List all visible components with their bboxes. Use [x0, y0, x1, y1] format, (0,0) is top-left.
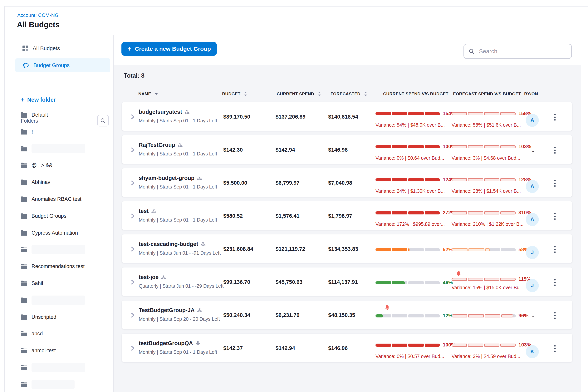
row-menu-button[interactable]	[552, 278, 558, 287]
owner-avatar[interactable]: A	[526, 114, 539, 127]
folder-icon	[21, 213, 27, 219]
redacted-folder-label	[32, 363, 85, 372]
folder-item-redacted[interactable]	[21, 379, 74, 389]
forecast-variance: Variance: 3% | $4.68 over Bud...	[452, 155, 520, 161]
folder-item-redacted[interactable]	[21, 244, 85, 254]
forecasted-value: $114,137.91	[328, 279, 358, 285]
total-count: Total: 8	[124, 72, 144, 79]
budget-group-row[interactable]: test-cascading-budgetMonthly | Starts Ju…	[122, 234, 572, 263]
folder-item[interactable]: Abhinav	[21, 177, 50, 187]
byon-value: -	[529, 313, 537, 319]
owner-avatar[interactable]: K	[526, 345, 539, 358]
row-expand-chevron[interactable]	[131, 180, 135, 186]
breadcrumb-account-link[interactable]: Account: CCM-NG	[17, 12, 58, 18]
forecast-variance: Variance: 58% | $51.6K over B...	[452, 122, 521, 128]
folder-item[interactable]: Sahil	[21, 278, 43, 288]
sort-icon[interactable]	[364, 92, 368, 96]
folder-search-button[interactable]	[97, 115, 109, 126]
search-box[interactable]	[464, 44, 572, 59]
budget-group-name[interactable]: budgetsuryatest	[139, 109, 182, 115]
search-input[interactable]	[478, 48, 567, 55]
folder-item[interactable]: anmol-test	[21, 346, 56, 356]
kebab-menu-icon	[554, 279, 556, 286]
folder-item[interactable]: Default	[21, 110, 48, 120]
budget-group-name[interactable]: test-joe	[139, 274, 158, 280]
budget-group-row[interactable]: budgetsuryatestMonthly | Starts Sep 01 -…	[122, 102, 572, 131]
current-percent: 12%	[443, 312, 453, 318]
sort-icon[interactable]	[318, 92, 321, 96]
column-header-forecast-vs-budget: FORECAST SPEND V/S BUDGET	[453, 92, 521, 96]
row-menu-button[interactable]	[552, 179, 558, 188]
row-expand-chevron[interactable]	[131, 312, 135, 318]
sort-icon[interactable]	[244, 92, 247, 96]
kebab-menu-icon	[554, 180, 556, 187]
folder-item[interactable]: Anomalies RBAC test	[21, 194, 82, 204]
budget-group-row[interactable]: testMonthly | Starts Sep 01 - 1 Days Lef…	[122, 202, 572, 230]
folder-item[interactable]: @ . > &&	[21, 160, 52, 170]
budget-group-row[interactable]: TestBudgetGroup-JAMonthly | Starts Sep 2…	[122, 300, 572, 329]
row-expand-chevron[interactable]	[131, 147, 135, 152]
owner-avatar[interactable]: J	[526, 246, 539, 259]
sidebar-item-all-budgets[interactable]: All Budgets	[15, 42, 110, 55]
row-expand-chevron[interactable]	[131, 213, 135, 219]
folder-icon	[21, 129, 27, 135]
owner-avatar[interactable]: J	[526, 279, 539, 292]
current-spend-value: $6,799.97	[276, 180, 300, 186]
row-menu-button[interactable]	[552, 146, 558, 154]
owner-avatar[interactable]: A	[526, 180, 539, 193]
forecast-spend-bar	[452, 112, 516, 115]
current-variance: Variance: 0% | $0.57 over Bud...	[376, 354, 444, 359]
folder-item[interactable]: Cypress Automation	[21, 228, 78, 238]
budget-schedule: Monthly | Starts Sep 20 - 20 Days Left	[139, 316, 220, 322]
row-expand-chevron[interactable]	[131, 114, 135, 120]
column-header-forecasted[interactable]: FORECASTED	[330, 92, 368, 96]
folder-item[interactable]: abcd	[21, 328, 43, 338]
budget-group-name[interactable]: testBudgetGroupQA	[139, 340, 193, 346]
owner-avatar[interactable]: A	[526, 213, 539, 226]
row-expand-chevron[interactable]	[131, 246, 135, 252]
folder-icon	[21, 280, 27, 286]
forecasted-value: $48,150.35	[328, 312, 355, 318]
folder-item[interactable]: !	[21, 127, 33, 137]
budget-group-name[interactable]: RajTestGroup	[139, 142, 175, 148]
budget-group-row[interactable]: testBudgetGroupQAMonthly | Starts Sep 01…	[122, 334, 572, 362]
current-spend-bar	[376, 344, 440, 347]
folder-item[interactable]: Unscripted	[21, 312, 56, 322]
budget-group-name[interactable]: shyam-budget-group	[139, 175, 194, 181]
forecast-vs-budget-cell: 96%	[452, 300, 526, 329]
column-header-budget[interactable]: BUDGET	[222, 92, 247, 96]
budget-group-row[interactable]: RajTestGroupMonthly | Starts Sep 01 - 1 …	[122, 135, 572, 164]
column-header-current-vs-budget: CURRENT SPEND V/S BUDGET	[383, 92, 448, 96]
folder-icon	[21, 364, 27, 370]
column-header-name[interactable]: NAME	[138, 92, 158, 96]
folder-item[interactable]: Budget Groups	[21, 211, 66, 221]
budget-schedule: Monthly | Starts Sep 01 - 1 Days Left	[139, 184, 217, 190]
folder-icon	[21, 230, 27, 236]
row-menu-button[interactable]	[552, 344, 558, 353]
budget-group-name[interactable]: test-cascading-budget	[139, 241, 198, 247]
row-menu-button[interactable]	[552, 212, 558, 220]
budget-group-name[interactable]: TestBudgetGroup-JA	[139, 307, 195, 314]
folder-icon	[21, 179, 27, 185]
folder-item-redacted[interactable]	[21, 295, 85, 305]
budget-group-row[interactable]: test-joeQuarterly | Starts Jun 01 - -29 …	[122, 268, 572, 296]
folder-item-redacted[interactable]	[21, 144, 85, 154]
folder-label: anmol-test	[32, 348, 56, 354]
kebab-menu-icon	[554, 147, 556, 154]
new-folder-button[interactable]: + New folder	[21, 96, 56, 103]
current-variance: Variance: 172% | $995.89 over...	[376, 221, 445, 227]
row-menu-button[interactable]	[552, 245, 558, 254]
folder-label: Abhinav	[32, 179, 50, 185]
folder-item[interactable]: Recommendations test	[21, 261, 84, 271]
column-header-current-spend[interactable]: CURRENT SPEND	[277, 92, 321, 96]
row-expand-chevron[interactable]	[131, 346, 135, 351]
budget-group-name[interactable]: test	[139, 208, 149, 214]
redacted-folder-label	[32, 380, 74, 389]
row-menu-button[interactable]	[552, 113, 558, 122]
folder-item-redacted[interactable]	[21, 362, 85, 372]
budget-group-row[interactable]: shyam-budget-groupMonthly | Starts Sep 0…	[122, 168, 572, 197]
row-menu-button[interactable]	[552, 311, 558, 320]
sidebar-item-budget-groups[interactable]: Budget Groups	[15, 58, 110, 72]
row-expand-chevron[interactable]	[131, 280, 135, 285]
create-budget-group-button[interactable]: + Create a new Budget Group	[122, 42, 217, 56]
